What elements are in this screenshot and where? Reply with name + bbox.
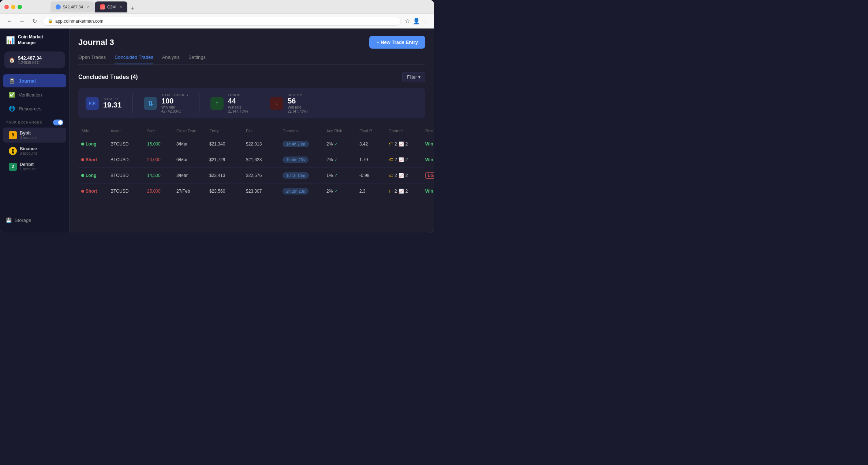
- row2-size: 20,000: [144, 157, 173, 162]
- tab-c2m[interactable]: C2M ✕: [95, 1, 127, 12]
- filter-button[interactable]: Filter ▾: [402, 72, 425, 82]
- tab-close-icon[interactable]: ✕: [87, 5, 90, 9]
- col-content: Content: [386, 129, 422, 133]
- table-row[interactable]: Long BTCUSD 14,500 3/Mar $23,413 $22,576…: [78, 168, 425, 184]
- tab-c2m-close-icon[interactable]: ✕: [119, 5, 122, 9]
- back-button[interactable]: ←: [5, 17, 14, 26]
- col-entry: Entry: [206, 129, 243, 133]
- trades-winrate-label: Win rate: [161, 105, 188, 109]
- filter-label: Filter: [407, 75, 417, 80]
- deribit-name: Deribit: [20, 162, 35, 167]
- rr-value: 19.31: [103, 101, 121, 109]
- bybit-info: Bybit 3 accounts: [20, 131, 37, 140]
- binance-name: Binance: [20, 146, 37, 151]
- rr-icon: R:R: [86, 97, 99, 110]
- row2-content: 🏷2 📈2: [386, 157, 422, 162]
- exchanges-section-label: YOUR EXCHANGES: [0, 116, 69, 128]
- row2-acc-risk: 2% ✓: [323, 157, 356, 162]
- row4-close-date: 27/Feb: [173, 189, 206, 194]
- nav-actions: ☆ 👤 ⋮: [405, 18, 429, 24]
- trades-table: Side Asset Size Close Date Entry Exit Du…: [78, 126, 425, 199]
- tab-price[interactable]: $42,487.34 ✕: [50, 1, 95, 12]
- col-duration: Duration: [280, 129, 323, 133]
- row1-duration: 1d 4h 23m: [280, 141, 323, 147]
- row2-duration: 1h 4m 23s: [280, 156, 323, 163]
- row4-entry: $23,560: [206, 189, 243, 194]
- close-button[interactable]: [4, 5, 9, 9]
- bybit-accounts: 3 accounts: [20, 136, 37, 140]
- trades-info: Total trades 100 Win rate 42 (42.00%): [161, 93, 188, 113]
- row4-side: Short: [78, 189, 108, 194]
- shorts-sub: 21 (47.73%): [288, 109, 307, 113]
- binance-info: Binance 3 accounts: [20, 146, 37, 155]
- maximize-button[interactable]: [18, 5, 22, 9]
- sidebar-item-verification[interactable]: ✅ Verification: [3, 88, 66, 101]
- logo-text: Coin MarketManager: [18, 34, 43, 46]
- deribit-logo: D: [9, 163, 17, 171]
- row2-close-date: 6/Mar: [173, 157, 206, 162]
- new-trade-button[interactable]: + New Trade Entry: [369, 36, 425, 49]
- table-row[interactable]: Short BTCUSD 20,000 6/Mar $21,729 $21,62…: [78, 152, 425, 168]
- row4-content: 🏷2 📈2: [386, 189, 422, 194]
- row3-asset: BTCUSD: [108, 173, 144, 178]
- col-asset: Asset: [108, 129, 144, 133]
- row3-exit: $22,576: [243, 173, 280, 178]
- row4-duration: 2h 2m 23s: [280, 188, 323, 194]
- row1-side: Long: [78, 141, 108, 147]
- longs-value: 44: [228, 97, 248, 105]
- row3-size: 14,500: [144, 173, 173, 178]
- binance-accounts: 3 accounts: [20, 151, 37, 155]
- row2-result: Win: [422, 157, 434, 162]
- fav-toggle[interactable]: [53, 120, 63, 125]
- tab-open-trades[interactable]: Open Trades: [78, 54, 106, 64]
- sidebar-item-resources[interactable]: 🌐 Resources: [3, 102, 66, 115]
- home-icon: 🏠: [9, 57, 15, 63]
- row4-final-r: 2.3: [356, 189, 386, 194]
- reload-button[interactable]: ↻: [30, 17, 39, 26]
- filter-chevron-icon: ▾: [418, 75, 420, 80]
- shorts-info: Shorts 56 Win rate 21 (47.73%): [288, 93, 307, 113]
- sidebar: 📊 Coin MarketManager 🏠 $42,487.34 1.2493…: [0, 29, 70, 232]
- lock-icon: 🔒: [48, 19, 53, 23]
- longs-sub: 21 (47.73%): [228, 109, 248, 113]
- tab-settings[interactable]: Settings: [188, 54, 206, 64]
- table-row[interactable]: Long BTCUSD 15,000 8/Mar $21,340 $22,013…: [78, 136, 425, 152]
- exchange-binance[interactable]: ₿ Binance 3 accounts: [3, 143, 66, 158]
- table-row[interactable]: Short BTCUSD 25,000 27/Feb $23,560 $23,3…: [78, 184, 425, 199]
- profile-button[interactable]: 👤: [413, 18, 420, 24]
- row4-size: 25,000: [144, 189, 173, 194]
- tab-price-label: $42,487.34: [63, 5, 83, 9]
- bookmark-button[interactable]: ☆: [405, 18, 410, 24]
- tab-concluded-trades[interactable]: Concluded Trades: [115, 54, 153, 64]
- storage-item[interactable]: 💾 Storage: [0, 214, 69, 227]
- deribit-accounts: 1 account: [20, 167, 35, 171]
- balance-card[interactable]: 🏠 $42,487.34 1.24939 BTC: [4, 52, 65, 68]
- stats-row: R:R Total R 19.31 ⇅ Total trades 100 Win…: [78, 88, 425, 118]
- resources-icon: 🌐: [9, 106, 15, 111]
- trades-icon: ⇅: [144, 97, 157, 110]
- new-tab-button[interactable]: +: [130, 5, 134, 12]
- row3-final-r: -0.98: [356, 173, 386, 178]
- row3-content: 🏷2 📈2: [386, 173, 422, 178]
- row1-close-date: 8/Mar: [173, 141, 206, 147]
- tabs-nav: Open Trades Concluded Trades Analysis Se…: [78, 54, 425, 65]
- traffic-lights: [4, 5, 22, 9]
- sidebar-item-label-journal: Journal: [19, 78, 36, 84]
- longs-icon: ↑: [210, 97, 224, 110]
- address-bar[interactable]: 🔒 app.coinmarketman.com: [42, 17, 401, 26]
- rr-info: Total R 19.31: [103, 97, 121, 109]
- col-side: Side: [78, 129, 108, 133]
- sidebar-item-journal[interactable]: 📓 Journal: [3, 74, 66, 87]
- minimize-button[interactable]: [11, 5, 15, 9]
- row3-result: Lose: [422, 173, 434, 178]
- exchange-deribit[interactable]: D Deribit 1 account: [3, 159, 66, 174]
- storage-icon: 💾: [6, 218, 12, 223]
- menu-button[interactable]: ⋮: [423, 18, 429, 24]
- row3-side: Long: [78, 173, 108, 178]
- nav-bar: ← → ↻ 🔒 app.coinmarketman.com ☆ 👤 ⋮: [0, 14, 434, 29]
- bybit-logo: B: [9, 131, 17, 139]
- tab-analysis[interactable]: Analysis: [162, 54, 180, 64]
- forward-button[interactable]: →: [18, 17, 26, 26]
- row1-size: 15,000: [144, 141, 173, 147]
- exchange-bybit[interactable]: B Bybit 3 accounts: [3, 128, 66, 143]
